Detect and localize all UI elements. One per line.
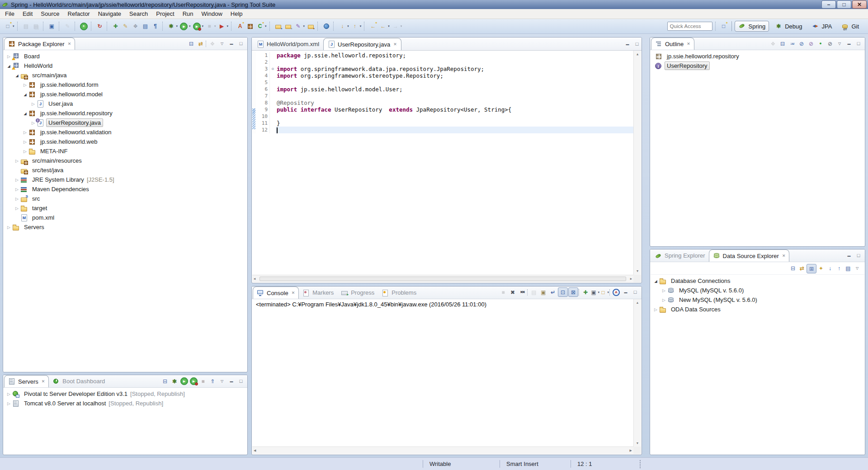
view-toolbar-button[interactable]: [206, 41, 208, 47]
dropdown-caret-icon[interactable]: ▾: [360, 24, 362, 28]
toolbar-button[interactable]: ▾: [364, 22, 366, 31]
expander-icon[interactable]: [22, 92, 28, 97]
close-tab-icon[interactable]: ✕: [393, 42, 397, 47]
menu-item[interactable]: Navigate: [94, 9, 125, 18]
view-toolbar-button[interactable]: [854, 39, 863, 48]
tree-item[interactable]: JRE System Library[J2SE-1.5]: [4, 175, 247, 184]
toolbar-button[interactable]: ▾: [378, 20, 391, 32]
dropdown-caret-icon[interactable]: ▾: [401, 24, 402, 28]
console-toolbar-button[interactable]: ▾: [600, 288, 609, 296]
tree-item[interactable]: jp.ssie.helloworld.repository: [4, 108, 247, 118]
code-line[interactable]: 3⊖import org.springframework.data.jpa.re…: [252, 66, 633, 72]
menu-item[interactable]: File: [1, 9, 19, 18]
scroll-up-icon[interactable]: ▲: [635, 299, 641, 306]
code-text[interactable]: [276, 59, 633, 66]
view-toolbar-button[interactable]: [217, 39, 226, 48]
expander-icon[interactable]: [660, 288, 667, 293]
servers-toolbar-button[interactable]: [179, 377, 189, 385]
toolbar-button[interactable]: ▾: [235, 20, 245, 32]
tree-item[interactable]: New MySQL (MySQL v. 5.6.0): [651, 295, 864, 305]
toolbar-button[interactable]: ▾: [59, 22, 61, 31]
toolbar-button[interactable]: ▾: [283, 20, 293, 32]
expander-icon[interactable]: [5, 54, 12, 59]
window-control-button[interactable]: [837, 0, 851, 9]
console-toolbar-button[interactable]: ▾: [529, 288, 538, 296]
console-toolbar-button[interactable]: ▾: [590, 288, 599, 296]
toolbar-button[interactable]: ▾: [141, 20, 151, 32]
expander-icon[interactable]: [5, 64, 12, 68]
servers-toolbar-button[interactable]: [217, 377, 226, 385]
console-toolbar-button[interactable]: ▾: [631, 288, 640, 296]
view-toolbar-button[interactable]: [788, 39, 797, 48]
server-item[interactable]: Pivotal tc Server Developer Edition v3.1…: [4, 389, 247, 399]
perspective-button[interactable]: Git: [837, 21, 863, 32]
editor-tab[interactable]: UserRepository.java ✕: [323, 38, 401, 50]
tree-item[interactable]: src: [4, 194, 247, 203]
perspective-button[interactable]: Debug: [771, 21, 806, 32]
scroll-right-icon[interactable]: ▶: [628, 447, 633, 454]
dropdown-caret-icon[interactable]: ▾: [214, 24, 216, 28]
close-view-icon[interactable]: ✕: [292, 291, 295, 295]
view-toolbar-button[interactable]: [844, 264, 853, 273]
toolbar-button[interactable]: ▾: [306, 20, 316, 32]
menu-item[interactable]: Source: [37, 9, 63, 18]
view-tab[interactable]: Spring Explorer ✕: [651, 249, 709, 262]
close-view-icon[interactable]: ✕: [42, 379, 45, 384]
console-body[interactable]: <terminated> C:¥Program Files¥Java¥jdk1.…: [252, 299, 641, 454]
tree-item[interactable]: src/main/java: [4, 70, 247, 80]
toolbar-button[interactable]: ▾: [91, 22, 93, 31]
tab-package-explorer[interactable]: Package Explorer ✕: [4, 38, 75, 50]
console-toolbar-button[interactable]: ▾: [539, 288, 548, 296]
scrollbar-thumb[interactable]: [259, 277, 626, 281]
code-line[interactable]: 4import org.springframework.stereotype.R…: [252, 72, 633, 79]
scroll-left-icon[interactable]: ◀: [252, 275, 257, 282]
view-tab[interactable]: Boot Dashboard ✕: [49, 375, 108, 387]
view-toolbar-button[interactable]: [208, 39, 217, 48]
tab-outline[interactable]: Outline ✕: [651, 38, 694, 50]
expander-icon[interactable]: [5, 392, 12, 396]
code-editor[interactable]: 1package jp.ssie.helloworld.repository;2…: [252, 51, 641, 282]
code-line[interactable]: 9public interface UserRepository extends…: [252, 106, 633, 113]
expander-icon[interactable]: [5, 401, 12, 406]
tree-item[interactable]: ODA Data Sources: [651, 305, 864, 314]
code-text[interactable]: [276, 93, 633, 99]
code-line[interactable]: 5: [252, 79, 633, 86]
view-tab[interactable]: Console ✕: [253, 287, 299, 299]
toolbar-button[interactable]: ▾: [47, 20, 57, 32]
expander-icon[interactable]: [22, 140, 28, 144]
console-toolbar-button[interactable]: ▾: [518, 288, 527, 296]
toolbar-button[interactable]: ▾: [245, 20, 255, 32]
view-toolbar-button[interactable]: [835, 39, 844, 48]
view-toolbar-button[interactable]: [807, 39, 816, 48]
editor-window-button[interactable]: [632, 40, 642, 48]
fold-collapse-icon[interactable]: ⊖: [269, 66, 276, 72]
toolbar-button[interactable]: ▾: [333, 22, 335, 31]
tree-item[interactable]: target: [4, 203, 247, 213]
scroll-down-icon[interactable]: ▼: [635, 440, 641, 446]
dropdown-caret-icon[interactable]: ▾: [265, 24, 267, 28]
dropdown-caret-icon[interactable]: ▾: [227, 24, 229, 28]
expander-icon[interactable]: [660, 298, 667, 302]
tree-item[interactable]: jp.ssie.helloworld.web: [4, 137, 247, 146]
console-toolbar-button[interactable]: ▾: [612, 288, 621, 296]
console-vertical-scrollbar[interactable]: ▲▼: [633, 299, 641, 446]
view-toolbar-button[interactable]: [797, 39, 806, 48]
outline-item[interactable]: UserRepository: [651, 61, 864, 70]
view-toolbar-button[interactable]: [844, 39, 854, 48]
close-view-icon[interactable]: ✕: [687, 42, 690, 46]
code-line[interactable]: 10: [252, 113, 633, 120]
console-toolbar-button[interactable]: ▾: [568, 287, 578, 297]
editor-window-button[interactable]: [623, 40, 632, 48]
code-text[interactable]: @Repository: [276, 99, 633, 106]
toolbar-button[interactable]: ▾: [368, 20, 378, 32]
expander-icon[interactable]: [14, 159, 20, 163]
servers-toolbar-button[interactable]: [189, 377, 198, 385]
code-text[interactable]: [276, 79, 633, 86]
quick-access-input[interactable]: [667, 22, 712, 31]
scroll-down-icon[interactable]: ▼: [635, 268, 640, 275]
console-toolbar-button[interactable]: ▾: [609, 289, 611, 296]
view-toolbar-button[interactable]: [807, 264, 816, 273]
toolbar-button[interactable]: ▾: [31, 20, 41, 32]
tree-item[interactable]: src/main/resources: [4, 156, 247, 165]
console-toolbar-button[interactable]: ▾: [548, 288, 557, 296]
